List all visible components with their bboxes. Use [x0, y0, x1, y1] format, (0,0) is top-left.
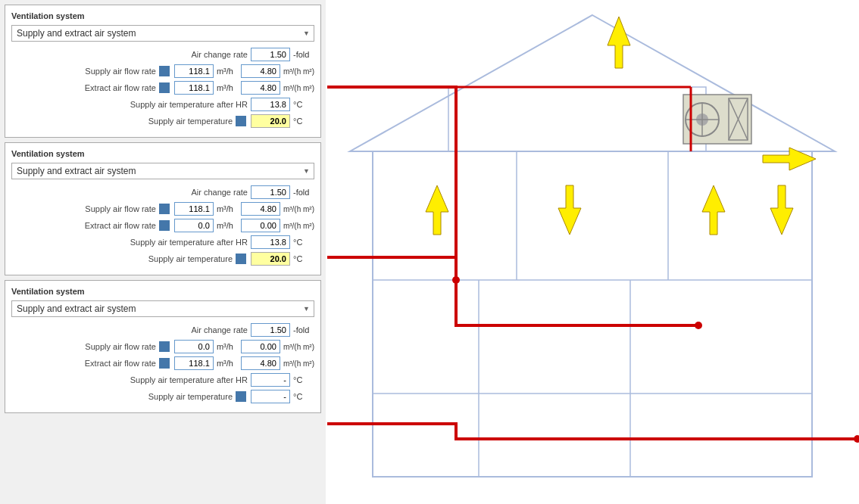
input-value1-1-1[interactable]	[251, 48, 290, 61]
unit1-1-5: °C	[293, 117, 314, 126]
row-icon-3-2	[159, 341, 170, 352]
row-label-1-3: Extract air flow rate	[11, 83, 156, 92]
row-icon-3-5	[236, 391, 246, 402]
system-type-dropdown-3[interactable]: Supply and extract air system	[11, 300, 314, 317]
row-label-1-4: Supply air temperature after HR	[11, 100, 248, 109]
dropdown-wrapper-3: Supply and extract air system	[11, 300, 314, 317]
unit1-3-2: m³/h	[217, 342, 238, 351]
input-value2-3-2[interactable]	[241, 340, 280, 353]
unit1-3-3: m³/h	[217, 359, 238, 368]
form-row-2-1: Air change rate-fold	[11, 185, 314, 199]
input-value1-1-4[interactable]	[251, 98, 290, 111]
left-panel: Ventilation systemSupply and extract air…	[0, 0, 326, 504]
unit1-1-3: m³/h	[217, 83, 238, 92]
svg-marker-19	[608, 17, 630, 68]
row-label-2-5: Supply air temperature	[11, 254, 233, 263]
input-value2-1-2[interactable]	[241, 64, 280, 78]
ventilation-box-2: Ventilation systemSupply and extract air…	[5, 142, 321, 275]
dropdown-wrapper-1: Supply and extract air system	[11, 25, 314, 42]
unit1-3-5: °C	[293, 392, 314, 401]
svg-marker-23	[702, 185, 725, 235]
input-value1-3-1[interactable]	[251, 323, 290, 337]
form-row-3-5: Supply air temperature°C	[11, 390, 314, 403]
svg-rect-10	[448, 87, 706, 151]
row-label-3-2: Supply air flow rate	[11, 342, 156, 351]
input-value1-2-5[interactable]	[251, 252, 290, 266]
row-label-3-1: Air change rate	[11, 325, 248, 334]
svg-point-27	[854, 435, 859, 443]
unit1-3-1: -fold	[293, 325, 314, 334]
input-value1-2-1[interactable]	[251, 185, 290, 199]
form-row-2-2: Supply air flow ratem³/hm³/(h m²)	[11, 202, 314, 216]
form-row-2-4: Supply air temperature after HR°C	[11, 235, 314, 249]
unit1-2-1: -fold	[293, 188, 314, 197]
unit2-1-2: m³/(h m²)	[283, 67, 314, 76]
form-row-3-4: Supply air temperature after HR°C	[11, 373, 314, 387]
input-value1-1-5[interactable]	[251, 114, 290, 128]
form-row-3-2: Supply air flow ratem³/hm³/(h m²)	[11, 340, 314, 353]
row-label-2-2: Supply air flow rate	[11, 204, 156, 213]
input-value2-3-3[interactable]	[241, 356, 280, 370]
unit2-1-3: m³/(h m²)	[283, 84, 314, 92]
form-row-2-5: Supply air temperature°C	[11, 252, 314, 266]
unit1-1-4: °C	[293, 100, 314, 109]
svg-marker-24	[770, 185, 793, 235]
row-label-1-2: Supply air flow rate	[11, 67, 156, 76]
row-icon-2-3	[159, 220, 170, 231]
input-value2-1-3[interactable]	[241, 81, 280, 95]
row-icon-2-2	[159, 204, 170, 214]
svg-point-26	[695, 322, 702, 329]
unit2-3-3: m³/(h m²)	[283, 359, 314, 368]
row-icon-2-5	[236, 254, 246, 264]
form-row-3-3: Extract air flow ratem³/hm³/(h m²)	[11, 356, 314, 370]
dropdown-wrapper-2: Supply and extract air system	[11, 163, 314, 179]
form-row-2-3: Extract air flow ratem³/hm³/(h m²)	[11, 219, 314, 232]
unit1-2-4: °C	[293, 238, 314, 247]
row-label-3-4: Supply air temperature after HR	[11, 375, 248, 384]
form-row-1-2: Supply air flow ratem³/hm³/(h m²)	[11, 64, 314, 78]
form-row-1-1: Air change rate-fold	[11, 48, 314, 61]
svg-marker-21	[426, 185, 448, 235]
diagram-panel	[326, 0, 859, 504]
row-icon-1-5	[236, 116, 246, 126]
input-value1-2-4[interactable]	[251, 235, 290, 249]
row-label-1-5: Supply air temperature	[11, 117, 233, 126]
form-row-3-1: Air change rate-fold	[11, 323, 314, 337]
row-label-3-5: Supply air temperature	[11, 392, 233, 401]
svg-marker-0	[350, 15, 835, 151]
input-value1-3-5[interactable]	[251, 390, 290, 403]
section-title-1: Ventilation system	[11, 11, 314, 20]
input-value1-2-2[interactable]	[174, 202, 214, 216]
unit2-2-3: m³/(h m²)	[283, 222, 314, 230]
input-value1-1-3[interactable]	[174, 81, 214, 95]
unit1-3-4: °C	[293, 375, 314, 384]
unit1-2-5: °C	[293, 254, 314, 263]
unit1-2-2: m³/h	[217, 204, 238, 213]
input-value2-2-3[interactable]	[241, 219, 280, 232]
system-type-dropdown-2[interactable]: Supply and extract air system	[11, 163, 314, 179]
unit1-1-2: m³/h	[217, 67, 238, 76]
unit1-1-1: -fold	[293, 50, 314, 59]
row-icon-1-3	[159, 82, 170, 93]
input-value1-3-2[interactable]	[174, 340, 214, 353]
unit1-2-3: m³/h	[217, 221, 238, 230]
form-row-1-5: Supply air temperature°C	[11, 114, 314, 128]
svg-marker-22	[558, 185, 581, 235]
section-title-2: Ventilation system	[11, 149, 314, 158]
row-label-3-3: Extract air flow rate	[11, 359, 156, 368]
row-icon-3-3	[159, 358, 170, 369]
ventilation-box-3: Ventilation systemSupply and extract air…	[5, 280, 321, 413]
row-label-2-1: Air change rate	[11, 188, 248, 197]
input-value1-2-3[interactable]	[174, 219, 214, 232]
row-icon-1-2	[159, 66, 170, 76]
input-value1-3-3[interactable]	[174, 356, 214, 370]
input-value1-1-2[interactable]	[174, 64, 214, 78]
unit2-3-2: m³/(h m²)	[283, 343, 314, 351]
form-row-1-4: Supply air temperature after HR°C	[11, 98, 314, 111]
section-title-3: Ventilation system	[11, 287, 314, 296]
system-type-dropdown-1[interactable]: Supply and extract air system	[11, 25, 314, 42]
input-value1-3-4[interactable]	[251, 373, 290, 387]
input-value2-2-2[interactable]	[241, 202, 280, 216]
form-row-1-3: Extract air flow ratem³/hm³/(h m²)	[11, 81, 314, 95]
unit2-2-2: m³/(h m²)	[283, 205, 314, 213]
